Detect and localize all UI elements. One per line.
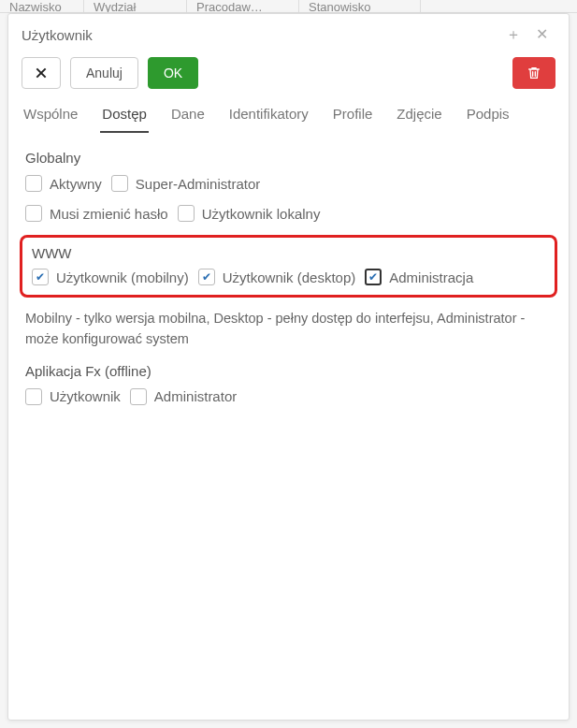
trash-icon xyxy=(527,66,541,80)
checkbox-label: Aktywny xyxy=(50,176,102,192)
x-icon xyxy=(34,66,49,80)
tab-profile[interactable]: Profile xyxy=(331,100,375,133)
checkbox[interactable] xyxy=(25,205,42,222)
tab-zdjecie[interactable]: Zdjęcie xyxy=(395,100,443,133)
tab-wspolne[interactable]: Wspólne xyxy=(22,100,79,133)
delete-button[interactable] xyxy=(512,57,555,89)
checkbox[interactable] xyxy=(25,175,42,192)
check-fx-administrator[interactable]: Administrator xyxy=(130,388,237,405)
close-button[interactable] xyxy=(22,57,61,89)
section-title-global: Globalny xyxy=(25,150,552,166)
check-uzytkownik-mobilny[interactable]: Użytkownik (mobilny) xyxy=(32,269,189,285)
dialog-header: Użytkownik ＋ ✕ xyxy=(8,14,569,53)
tab-dostep[interactable]: Dostęp xyxy=(100,100,149,133)
dialog-title: Użytkownik xyxy=(22,27,498,43)
fx-row: Użytkownik Administrator xyxy=(25,388,552,405)
bg-col: Nazwisko xyxy=(0,0,84,12)
dialog-tabs: Wspólne Dostęp Dane Identifikatory Profi… xyxy=(8,100,569,133)
add-icon[interactable]: ＋ xyxy=(498,23,528,46)
checkbox[interactable] xyxy=(130,388,147,405)
dialog-content: Globalny Aktywny Super-Administrator Mus… xyxy=(8,133,569,720)
cancel-button[interactable]: Anuluj xyxy=(70,57,138,89)
bg-col: Stanowisko xyxy=(299,0,421,12)
bg-col: Pracodaw… xyxy=(187,0,299,12)
tab-dane[interactable]: Dane xyxy=(169,100,207,133)
check-aktywny[interactable]: Aktywny xyxy=(25,175,102,192)
global-row-2: Musi zmienić hasło Użytkownik lokalny xyxy=(25,205,552,222)
section-title-fx: Aplikacja Fx (offline) xyxy=(25,363,552,379)
checkbox-label: Użytkownik lokalny xyxy=(202,206,321,222)
check-uzytkownik-desktop[interactable]: Użytkownik (desktop) xyxy=(198,269,356,285)
www-row: Użytkownik (mobilny) Użytkownik (desktop… xyxy=(32,269,545,285)
tab-identifikatory[interactable]: Identifikatory xyxy=(227,100,310,133)
checkbox-label: Administracja xyxy=(389,269,473,285)
checkbox-label: Użytkownik (desktop) xyxy=(223,269,356,285)
checkbox[interactable] xyxy=(25,388,42,405)
check-musi-zmienic-haslo[interactable]: Musi zmienić hasło xyxy=(25,205,168,222)
section-title-www: WWW xyxy=(32,245,545,261)
global-row-1: Aktywny Super-Administrator xyxy=(25,175,552,192)
www-highlight: WWW Użytkownik (mobilny) Użytkownik (des… xyxy=(20,235,557,298)
check-fx-uzytkownik[interactable]: Użytkownik xyxy=(25,388,121,405)
dialog-toolbar: Anuluj OK xyxy=(8,53,569,100)
checkbox-label: Użytkownik (mobilny) xyxy=(56,269,189,285)
checkbox[interactable] xyxy=(32,269,49,285)
checkbox[interactable] xyxy=(365,269,382,285)
close-icon[interactable]: ✕ xyxy=(528,23,555,46)
check-super-admin[interactable]: Super-Administrator xyxy=(111,175,260,192)
user-dialog: Użytkownik ＋ ✕ Anuluj OK Wspólne Dostęp … xyxy=(7,13,570,721)
checkbox[interactable] xyxy=(111,175,128,192)
ok-button[interactable]: OK xyxy=(148,57,198,89)
background-table-header: Nazwisko Wydział Pracodaw… Stanowisko xyxy=(0,0,577,13)
checkbox[interactable] xyxy=(178,205,195,222)
tab-podpis[interactable]: Podpis xyxy=(465,100,512,133)
checkbox-label: Administrator xyxy=(154,388,237,404)
check-administracja[interactable]: Administracja xyxy=(365,269,473,285)
checkbox[interactable] xyxy=(198,269,215,285)
checkbox-label: Musi zmienić hasło xyxy=(50,206,168,222)
checkbox-label: Użytkownik xyxy=(50,388,121,404)
bg-col: Wydział xyxy=(84,0,187,12)
checkbox-label: Super-Administrator xyxy=(136,176,260,192)
www-help-text: Mobilny - tylko wersja mobilna, Desktop … xyxy=(25,309,552,350)
check-uzytkownik-lokalny[interactable]: Użytkownik lokalny xyxy=(178,205,321,222)
